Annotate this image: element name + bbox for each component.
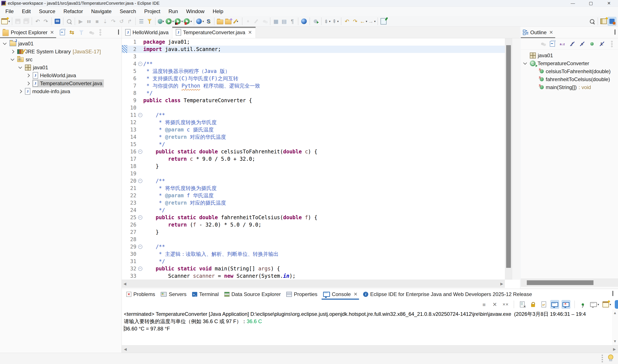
dropdown-arrow-icon[interactable]: ▾ bbox=[181, 20, 183, 23]
code-line-13[interactable]: 13 * @param c 摄氏温度 bbox=[122, 126, 505, 133]
scroll-right-icon[interactable]: ▶ bbox=[613, 347, 616, 351]
code-line-5[interactable]: 5 * 温度转换器示例程序（Java 版） bbox=[122, 67, 505, 75]
scroll-down-icon[interactable]: ▼ bbox=[613, 339, 617, 344]
code-line-3[interactable]: 3 bbox=[122, 53, 505, 60]
link-with-editor-icon[interactable]: ⇆ bbox=[69, 29, 75, 36]
tree-item-helloworld-java[interactable]: HelloWorld.java bbox=[0, 71, 122, 79]
open-web-browser-button[interactable] bbox=[300, 17, 308, 25]
code-text[interactable]: public static double fahrenheitToCelsius… bbox=[143, 214, 505, 221]
menu-item-refactor[interactable]: Refactor bbox=[59, 8, 87, 14]
code-text[interactable]: return (f - 32.0) * 5.0 / 9.0; bbox=[143, 221, 505, 228]
outline-item-java01[interactable]: java01 bbox=[521, 52, 618, 59]
filter-icon[interactable] bbox=[78, 29, 85, 36]
code-line-18[interactable]: 18 } bbox=[122, 163, 505, 170]
remove-all-launches-button[interactable]: ✕✕ bbox=[502, 300, 510, 309]
code-line-2[interactable]: 2import java.util.Scanner; bbox=[122, 46, 505, 53]
tab-eclipse[interactable]: iEclipse IDE for Enterprise Java and Web… bbox=[360, 289, 535, 300]
collapse-all-icon[interactable] bbox=[59, 29, 66, 36]
scroll-left-icon[interactable]: ◀ bbox=[123, 282, 126, 286]
code-text[interactable]: import java.util.Scanner; bbox=[143, 46, 505, 53]
new-java-ee-project-button[interactable]: ▾ bbox=[196, 17, 204, 25]
open-perspective-button[interactable] bbox=[600, 17, 608, 25]
menu-item-search[interactable]: Search bbox=[116, 8, 140, 14]
code-text[interactable] bbox=[143, 236, 505, 243]
fold-collapse-icon[interactable] bbox=[138, 62, 142, 66]
dropdown-arrow-icon[interactable]: ▾ bbox=[366, 20, 367, 23]
editor-vertical-scrollbar[interactable] bbox=[505, 38, 512, 280]
code-text[interactable]: package java01; bbox=[143, 38, 505, 46]
tab-properties[interactable]: Properties bbox=[283, 289, 320, 300]
dropdown-arrow-icon[interactable]: ▾ bbox=[329, 20, 331, 23]
undo-button[interactable]: ↶ bbox=[34, 17, 42, 25]
code-text[interactable]: Scanner scanner = new Scanner(System.in)… bbox=[143, 272, 505, 280]
code-line-20[interactable]: 20 /** bbox=[122, 177, 505, 185]
show-on-stderr-button[interactable] bbox=[562, 300, 570, 309]
hide-non-public-icon[interactable] bbox=[589, 41, 595, 47]
code-text[interactable]: */ bbox=[143, 141, 505, 148]
editor-tab-helloworld-java[interactable]: HelloWorld.java bbox=[122, 27, 172, 38]
minimize-button[interactable]: — bbox=[564, 0, 582, 6]
menu-item-navigate[interactable]: Navigate bbox=[87, 8, 116, 14]
code-line-4[interactable]: 4/** bbox=[122, 60, 505, 67]
code-text[interactable]: /** bbox=[143, 111, 505, 119]
code-line-12[interactable]: 12 * 将摄氏度转换为华氏度 bbox=[122, 119, 505, 126]
dropdown-arrow-icon[interactable]: ▾ bbox=[374, 20, 375, 23]
close-button[interactable]: ✕ bbox=[600, 0, 618, 6]
skip-all-breakpoints-button[interactable] bbox=[145, 17, 154, 25]
code-text[interactable]: /** bbox=[143, 177, 505, 185]
scroll-right-icon[interactable]: ▶ bbox=[500, 282, 503, 286]
table-view-button[interactable]: ▤ bbox=[280, 17, 288, 25]
fold-collapse-icon[interactable] bbox=[138, 245, 142, 249]
new-table-button[interactable]: ▦ bbox=[272, 17, 280, 25]
suspend-button[interactable]: ▮▮ bbox=[85, 17, 93, 25]
code-line-32[interactable]: 32 public static void main(String[] args… bbox=[122, 265, 505, 272]
close-icon[interactable]: ✕ bbox=[248, 30, 252, 35]
view-menu-icon[interactable] bbox=[608, 41, 615, 47]
code-text[interactable]: /** bbox=[143, 60, 505, 67]
close-icon[interactable]: ✕ bbox=[549, 30, 553, 35]
menu-item-project[interactable]: Project bbox=[140, 8, 165, 14]
code-line-17[interactable]: 17 return c * 9.0 / 5.0 + 32.0; bbox=[122, 155, 505, 163]
dropdown-arrow-icon[interactable]: ▾ bbox=[610, 303, 611, 306]
fold-collapse-icon[interactable] bbox=[138, 150, 142, 154]
code-text[interactable]: } bbox=[143, 163, 505, 170]
step-over-button[interactable]: ↷ bbox=[109, 17, 117, 25]
code-text[interactable]: * 将摄氏度转换为华氏度 bbox=[143, 119, 505, 126]
menu-item-window[interactable]: Window bbox=[182, 8, 208, 14]
code-text[interactable]: * @return 对应的华氏温度 bbox=[143, 133, 505, 141]
new-wizard-button[interactable]: ▾ bbox=[1, 17, 10, 25]
tab-console[interactable]: Console✕ bbox=[320, 289, 360, 300]
menu-item-help[interactable]: Help bbox=[209, 8, 227, 14]
view-menu-icon[interactable] bbox=[97, 29, 103, 36]
outline-item-celsiustofahrenheit-double-[interactable]: ScelsiusToFahrenheit(double) bbox=[521, 67, 618, 75]
search-menu-button[interactable] bbox=[65, 17, 73, 25]
java-ee-perspective-button[interactable] bbox=[608, 17, 616, 26]
maximize-view-icon[interactable] bbox=[612, 292, 613, 296]
code-line-11[interactable]: 11 /** bbox=[122, 111, 505, 119]
dropdown-arrow-icon[interactable]: ▾ bbox=[190, 20, 192, 23]
terminate-button[interactable]: ■ bbox=[93, 17, 101, 25]
code-text[interactable] bbox=[143, 53, 505, 60]
scroll-lock-button[interactable] bbox=[529, 300, 537, 309]
code-text[interactable]: * 主逻辑：读取输入、解析、判断单位、转换并输出 bbox=[143, 250, 505, 258]
back-button[interactable]: ←▾ bbox=[359, 17, 368, 25]
code-line-7[interactable]: 7 * 与你提供的 Python 程序功能、逻辑完全一致 bbox=[122, 82, 505, 90]
code-text[interactable]: * 支持摄氏度(C)与华氏度(F)之间互转 bbox=[143, 75, 505, 82]
code-line-27[interactable]: 27 } bbox=[122, 228, 505, 236]
dropdown-arrow-icon[interactable]: ▾ bbox=[598, 303, 599, 306]
dropdown-arrow-icon[interactable]: ▾ bbox=[202, 20, 204, 23]
tab-servers[interactable]: Servers bbox=[158, 289, 189, 300]
code-line-29[interactable]: 29 /** bbox=[122, 243, 505, 250]
link-with-editor-button[interactable] bbox=[379, 17, 388, 25]
edit-task-button[interactable] bbox=[252, 17, 260, 25]
remove-launch-button[interactable]: ✕ bbox=[491, 300, 499, 309]
code-line-30[interactable]: 30 * 主逻辑：读取输入、解析、判断单位、转换并输出 bbox=[122, 250, 505, 258]
outline-item-fahrenheittocelsius-double-[interactable]: SfahrenheitToCelsius(double) bbox=[521, 75, 618, 83]
hide-static-members-icon[interactable]: s bbox=[579, 41, 585, 47]
tree-item-jre-system-library[interactable]: JRE System Library [JavaSE-17] bbox=[0, 48, 122, 55]
resume-button[interactable]: ▶ bbox=[77, 17, 85, 25]
tab-terminal[interactable]: >_Terminal bbox=[189, 289, 221, 300]
code-text[interactable]: */ bbox=[143, 207, 505, 214]
code-text[interactable]: return c * 9.0 / 5.0 + 32.0; bbox=[143, 155, 505, 163]
code-text[interactable]: * 将华氏度转换为摄氏度 bbox=[143, 185, 505, 192]
